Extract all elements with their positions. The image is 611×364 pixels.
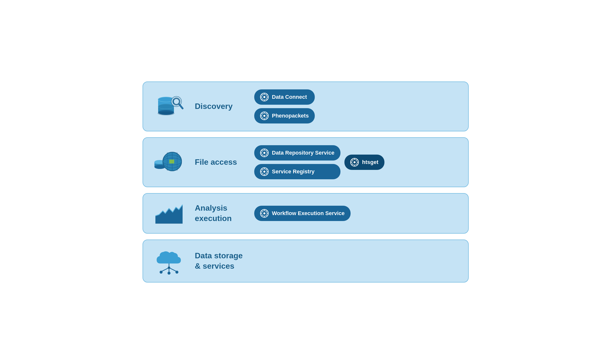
- svg-point-74: [354, 161, 356, 163]
- analysis-execution-services: Workflow Execution Service: [254, 206, 458, 221]
- service-wes[interactable]: Workflow Execution Service: [254, 206, 351, 221]
- discovery-label: Discovery: [195, 101, 244, 112]
- svg-point-102: [175, 271, 178, 274]
- service-phenopackets-label: Phenopackets: [272, 113, 309, 119]
- data-storage-icon: [153, 247, 185, 275]
- service-phenopackets[interactable]: Phenopackets: [254, 108, 315, 123]
- ga4gh-icon-data-connect: [260, 93, 269, 101]
- ga4gh-icon-drs: [260, 149, 269, 157]
- analysis-execution-icon: [153, 201, 185, 226]
- service-data-connect[interactable]: Data Connect: [254, 89, 315, 105]
- service-htsget-label: htsget: [362, 159, 379, 165]
- ga4gh-icon-registry: [260, 167, 269, 176]
- service-registry[interactable]: Service Registry: [254, 164, 340, 179]
- category-analysis-execution: Analysis execution: [143, 193, 469, 234]
- file-access-col-0: Data Repository Service: [254, 145, 340, 179]
- category-file-access: File access: [143, 137, 469, 187]
- discovery-col-0: Data Connect: [254, 89, 315, 123]
- data-storage-label: Data storage & services: [195, 251, 244, 271]
- svg-point-10: [173, 99, 179, 104]
- svg-line-99: [169, 268, 177, 272]
- svg-rect-48: [169, 160, 174, 163]
- service-registry-label: Service Registry: [272, 168, 315, 175]
- file-access-services: Data Repository Service: [254, 145, 458, 179]
- analysis-col-0: Workflow Execution Service: [254, 206, 351, 221]
- category-data-storage: Data storage & services: [143, 240, 469, 283]
- service-data-connect-label: Data Connect: [272, 94, 307, 100]
- service-wes-label: Workflow Execution Service: [272, 210, 345, 217]
- file-access-icon: [153, 149, 185, 176]
- file-access-label: File access: [195, 157, 244, 167]
- discovery-services: Data Connect: [254, 89, 458, 123]
- category-discovery: Discovery: [143, 81, 469, 131]
- svg-point-87: [263, 212, 265, 214]
- svg-line-97: [161, 268, 169, 272]
- svg-line-12: [179, 104, 183, 108]
- service-drs-label: Data Repository Service: [272, 150, 335, 156]
- svg-point-26: [263, 115, 265, 117]
- svg-point-15: [263, 96, 265, 98]
- ga4gh-icon-htsget: [350, 158, 359, 166]
- ga4gh-icon-phenopackets: [260, 112, 269, 120]
- svg-point-7: [158, 111, 174, 115]
- service-htsget[interactable]: htsget: [344, 155, 384, 170]
- analysis-execution-label: Analysis execution: [195, 203, 244, 223]
- ga4gh-icon-wes: [260, 209, 269, 218]
- svg-point-63: [263, 171, 265, 173]
- svg-point-103: [168, 266, 170, 269]
- svg-point-52: [263, 152, 265, 154]
- svg-point-101: [168, 272, 170, 275]
- service-drs[interactable]: Data Repository Service: [254, 145, 340, 161]
- discovery-icon: [153, 94, 185, 119]
- svg-point-100: [160, 271, 163, 274]
- diagram-container: Discovery: [143, 81, 469, 283]
- file-access-col-1: htsget: [344, 155, 384, 170]
